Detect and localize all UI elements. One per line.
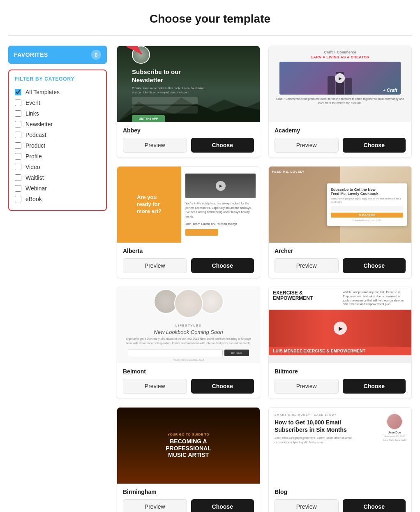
alberta-actions: Preview Choose [123,258,254,273]
abbey-info: Abbey Preview Choose [117,122,260,158]
blog-post-excerpt: Short intro paragraph goes here. Lorem i… [275,436,360,445]
template-card-blog: SMART GIRL MONEY · CASE STUDY How to Get… [268,407,412,512]
filter-checkbox-links[interactable] [15,110,21,117]
filter-label-video: Video [25,164,40,170]
biltmore-bottom-text: LUIS MENDEZ EXERCISE & EMPOWERMENT [273,349,407,353]
music-preview-button[interactable]: Preview [123,499,187,512]
template-card-biltmore: EXERCISE &EMPOWERMENT Watch Luis' popula… [268,287,412,399]
filter-item-webinar[interactable]: Webinar [15,183,100,194]
biltmore-top-section: EXERCISE &EMPOWERMENT Watch Luis' popula… [269,287,411,310]
belmont-circles [154,289,224,318]
favorites-bar[interactable]: FAVORITES 0 [8,46,107,64]
filter-checkbox-podcast[interactable] [15,132,21,138]
filter-title: FILTER BY CATEGORY [15,76,100,82]
filter-checkbox-newsletter[interactable] [15,121,21,127]
music-title-text: BECOMING APROFESSIONALMUSIC ARTIST [166,438,211,459]
academy-choose-button[interactable]: Choose [343,138,406,153]
belmont-footer: © Lifestyles Magazine, 2018 [173,359,204,361]
filter-item-ebook[interactable]: eBook [15,194,100,204]
template-card-archer: FEED ME, LOVELY Subscribe to Get the New… [268,166,412,278]
belmont-name: Belmont [123,368,254,375]
belmont-desc-text: Sign up to get a 20% early-bird discount… [121,337,256,345]
blog-author-name: Jane Doe [388,431,401,434]
blog-actions: Preview Choose [275,499,406,512]
blog-name: Blog [275,489,406,495]
filter-item-podcast[interactable]: Podcast [15,130,100,140]
archer-card: Subscribe to Get the NewFeed Me, Lovely … [327,183,407,226]
belmont-email-field[interactable] [128,350,222,356]
favorites-label: FAVORITES [14,51,48,58]
alberta-left-panel: Are youready formore art? [117,167,181,243]
biltmore-preview-button[interactable]: Preview [275,379,339,394]
blog-preview-button[interactable]: Preview [275,499,339,512]
alberta-choose-button[interactable]: Choose [191,258,254,273]
filter-item-all[interactable]: All Templates [15,87,100,97]
alberta-preview-button[interactable]: Preview [123,258,187,273]
music-preview: YOUR GO-TO GUIDE TO BECOMING APROFESSION… [117,408,260,484]
archer-name: Archer [275,248,406,254]
archer-header-text: FEED ME, LOVELY [272,170,305,174]
archer-preview-button[interactable]: Preview [275,258,339,273]
filter-label-product: Product [25,142,45,149]
filter-checkbox-video[interactable] [15,164,21,170]
template-card-alberta: Are youready formore art? ▶ You're in th… [117,166,260,278]
filter-checkbox-profile[interactable] [15,153,21,160]
filter-checkbox-product[interactable] [15,142,21,149]
main-layout: FAVORITES 0 FILTER BY CATEGORY All Templ… [8,46,412,512]
academy-preview: Craft + Commerce EARN A LIVING AS A CREA… [269,46,411,122]
academy-actions: Preview Choose [275,138,406,153]
filter-item-waitlist[interactable]: Waitlist [15,172,100,183]
blog-post-location: New York, New York [383,439,406,441]
belmont-title-text: New Lookbook Coming Soon [154,329,223,335]
academy-brand: Craft + Commerce [324,50,356,54]
page-title: Choose your template [8,12,412,25]
belmont-submit-btn[interactable]: join today [224,350,249,356]
biltmore-play-btn[interactable]: ▶ [334,322,347,335]
music-choose-button[interactable]: Choose [191,499,254,512]
abbey-preview: Subscribe to ourNewsletter Provide some … [117,46,260,122]
filter-item-video[interactable]: Video [15,162,100,172]
filter-checkbox-webinar[interactable] [15,185,21,192]
abbey-preview-button[interactable]: Preview [123,138,187,153]
filter-box: FILTER BY CATEGORY All Templates Event L… [8,70,107,211]
alberta-info: Alberta Preview Choose [117,243,260,278]
belmont-info: Belmont Preview Choose [117,363,260,398]
filter-item-profile[interactable]: Profile [15,151,100,162]
archer-info: Archer Preview Choose [269,243,411,278]
belmont-input-row: join today [128,350,249,356]
filter-checkbox-event[interactable] [15,100,21,106]
belmont-preview-button[interactable]: Preview [123,379,187,394]
biltmore-choose-button[interactable]: Choose [343,379,406,394]
filter-label-event: Event [25,100,40,106]
filter-checkbox-waitlist[interactable] [15,174,21,181]
filter-label-newsletter: Newsletter [25,121,53,127]
favorites-count: 0 [91,50,101,60]
filter-checkbox-all[interactable] [15,89,21,95]
alberta-right-text: You're in the right place. I've always l… [185,202,256,219]
biltmore-title-area: EXERCISE &EMPOWERMENT [273,290,313,301]
template-card-abbey: Subscribe to ourNewsletter Provide some … [117,46,260,158]
sidebar: FAVORITES 0 FILTER BY CATEGORY All Templ… [8,46,107,211]
biltmore-main-title: EXERCISE &EMPOWERMENT [273,290,313,301]
blog-preview: SMART GIRL MONEY · CASE STUDY How to Get… [269,408,411,484]
filter-item-links[interactable]: Links [15,108,100,119]
filter-label-webinar: Webinar [25,185,47,192]
academy-tagline: EARN A LIVING AS A CREATOR [311,55,369,59]
archer-choose-button[interactable]: Choose [343,258,406,273]
academy-preview-button[interactable]: Preview [275,138,339,153]
filter-item-product[interactable]: Product [15,140,100,151]
filter-label-links: Links [25,110,39,117]
archer-actions: Preview Choose [275,258,406,273]
filter-label-ebook: eBook [25,196,42,202]
belmont-choose-button[interactable]: Choose [191,379,254,394]
belmont-circle-center [174,289,203,318]
filter-item-newsletter[interactable]: Newsletter [15,119,100,130]
academy-desc: Craft + Commerce is the premiere event f… [273,97,407,105]
abbey-choose-button[interactable]: Choose [191,138,254,153]
filter-item-event[interactable]: Event [15,97,100,108]
belmont-actions: Preview Choose [123,379,254,394]
blog-choose-button[interactable]: Choose [343,499,406,512]
filter-checkbox-ebook[interactable] [15,196,21,202]
abbey-name: Abbey [123,127,254,134]
music-name: Birmingham [123,489,254,495]
